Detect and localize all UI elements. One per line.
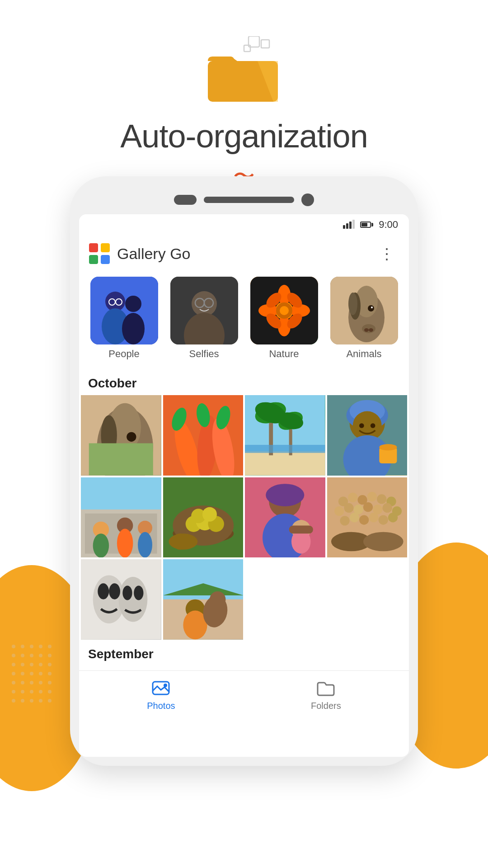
svg-point-21 xyxy=(21,681,24,684)
status-time: 9:00 xyxy=(379,219,398,231)
svg-point-83 xyxy=(127,432,136,442)
svg-point-157 xyxy=(388,513,397,522)
app-name: Gallery Go xyxy=(117,245,191,263)
beans-photo xyxy=(327,477,408,558)
mural-photo xyxy=(81,477,161,558)
svg-point-32 xyxy=(30,699,33,703)
svg-point-47 xyxy=(122,313,145,344)
svg-point-11 xyxy=(21,663,24,666)
svg-point-29 xyxy=(48,690,52,693)
svg-point-133 xyxy=(266,484,304,506)
svg-point-5 xyxy=(12,654,15,657)
svg-point-34 xyxy=(48,699,52,703)
svg-point-9 xyxy=(48,654,52,657)
photo-cell-art[interactable] xyxy=(81,559,161,640)
phone-screen: 9:00 Gallery Go ⋮ xyxy=(79,214,409,757)
battery-icon xyxy=(360,222,373,228)
svg-point-33 xyxy=(39,699,42,703)
phone-top-bar xyxy=(79,185,409,214)
folder-icon xyxy=(203,36,285,104)
category-thumb-nature xyxy=(250,277,318,344)
signal-icon xyxy=(343,221,355,229)
svg-point-75 xyxy=(371,307,373,308)
svg-point-120 xyxy=(138,532,152,557)
horse-photo xyxy=(81,395,161,476)
svg-point-30 xyxy=(12,699,15,703)
phone-container: 9:00 Gallery Go ⋮ xyxy=(70,176,418,766)
svg-rect-137 xyxy=(289,525,313,533)
selfies-photo xyxy=(170,277,238,344)
svg-point-73 xyxy=(348,292,357,315)
svg-point-22 xyxy=(30,681,33,684)
category-item-people[interactable]: People xyxy=(86,277,162,360)
nature-photo xyxy=(250,277,318,344)
photo-cell-carrots[interactable] xyxy=(163,395,244,476)
phone-outer: 9:00 Gallery Go ⋮ xyxy=(70,176,418,766)
bottom-nav: Photos Folders xyxy=(79,670,409,720)
svg-point-175 xyxy=(164,684,167,687)
svg-point-25 xyxy=(12,690,15,693)
svg-point-2 xyxy=(30,645,33,648)
svg-point-20 xyxy=(12,681,15,684)
svg-rect-94 xyxy=(245,451,325,475)
app-logo-area: Gallery Go xyxy=(88,242,191,265)
photo-cell-palm[interactable] xyxy=(245,395,325,476)
svg-point-78 xyxy=(369,328,373,332)
category-label-nature: Nature xyxy=(269,348,299,360)
svg-rect-36 xyxy=(261,40,269,48)
phone-speaker-center xyxy=(204,197,294,203)
svg-point-77 xyxy=(364,328,369,332)
photo-cell-woman2[interactable] xyxy=(245,477,325,558)
more-menu-button[interactable]: ⋮ xyxy=(379,245,395,263)
svg-point-15 xyxy=(12,672,15,675)
status-bar: 9:00 xyxy=(79,214,409,235)
section-header-october: October xyxy=(79,369,409,395)
svg-point-165 xyxy=(122,586,132,600)
svg-point-4 xyxy=(48,645,52,648)
photo-cell-woman1[interactable] xyxy=(327,395,408,476)
svg-point-24 xyxy=(48,681,52,684)
svg-point-3 xyxy=(39,645,42,648)
svg-rect-42 xyxy=(101,255,110,264)
svg-point-152 xyxy=(340,516,349,525)
category-label-animals: Animals xyxy=(346,348,381,360)
svg-point-145 xyxy=(334,506,343,515)
svg-point-14 xyxy=(48,663,52,666)
photo-cell-beans[interactable] xyxy=(327,477,408,558)
folders-nav-label: Folders xyxy=(311,701,341,711)
svg-point-154 xyxy=(359,515,369,524)
photo-cell-fruit[interactable] xyxy=(163,477,244,558)
svg-rect-85 xyxy=(89,443,153,476)
category-item-selfies[interactable]: Selfies xyxy=(166,277,242,360)
svg-point-74 xyxy=(368,305,374,311)
svg-rect-37 xyxy=(244,45,250,52)
svg-point-27 xyxy=(30,690,33,693)
category-item-animals[interactable]: Animals xyxy=(326,277,402,360)
svg-point-166 xyxy=(134,586,143,600)
svg-point-116 xyxy=(93,533,109,557)
nav-photos[interactable]: Photos xyxy=(147,678,175,711)
animals-photo xyxy=(330,277,398,344)
folders-nav-icon xyxy=(316,678,336,698)
photo-cell-mural[interactable] xyxy=(81,477,161,558)
svg-point-13 xyxy=(39,663,42,666)
svg-point-7 xyxy=(30,654,33,657)
photos-nav-label: Photos xyxy=(147,701,175,711)
nav-folders[interactable]: Folders xyxy=(311,678,341,711)
photo-cell-horse[interactable] xyxy=(81,395,161,476)
svg-point-12 xyxy=(30,663,33,666)
photo-cell-market[interactable] xyxy=(163,559,244,640)
svg-point-162 xyxy=(118,577,147,622)
svg-point-1 xyxy=(21,645,24,648)
svg-point-143 xyxy=(377,494,386,504)
svg-point-111 xyxy=(379,444,397,450)
svg-rect-41 xyxy=(89,255,98,264)
svg-point-68 xyxy=(280,306,289,315)
svg-point-8 xyxy=(39,654,42,657)
svg-point-142 xyxy=(367,491,376,501)
svg-point-6 xyxy=(21,654,24,657)
category-item-nature[interactable]: Nature xyxy=(246,277,322,360)
people-photo xyxy=(90,277,158,344)
svg-point-17 xyxy=(30,672,33,675)
page-title: Auto-organization xyxy=(120,118,367,155)
